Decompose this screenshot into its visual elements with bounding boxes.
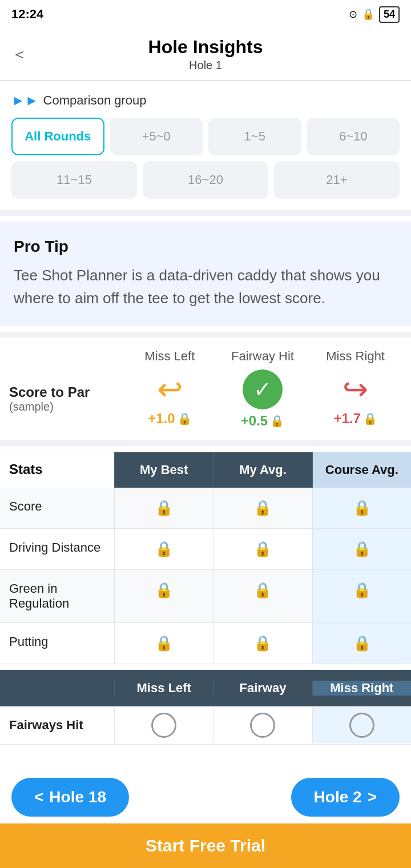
score-section: Miss Left Fairway Hit Miss Right Score t… bbox=[0, 337, 411, 440]
page-subtitle: Hole 1 bbox=[148, 59, 263, 72]
stats-score-avg: 🔒 bbox=[213, 488, 312, 528]
stats-driving-course: 🔒 bbox=[312, 529, 411, 569]
stats-col-my-avg: My Avg. bbox=[213, 452, 312, 488]
header: ＜ Hole Insights Hole 1 bbox=[0, 29, 411, 81]
pro-tip-section: Pro Tip Tee Shot Planner is a data-drive… bbox=[0, 222, 411, 326]
page-title: Hole Insights bbox=[148, 37, 263, 58]
battery-indicator: 54 bbox=[379, 6, 400, 23]
stats-putting-avg: 🔒 bbox=[213, 623, 312, 664]
fairways-hit-row: Fairways Hit bbox=[0, 706, 411, 745]
filter-11to15[interactable]: 11~15 bbox=[11, 161, 137, 199]
score-data-row: Score to Par (sample) ↩ +1.0 🔒 ✓ +0.5 🔒 … bbox=[9, 369, 402, 429]
miss-left-value: +1.0 🔒 bbox=[148, 411, 191, 427]
stats-label-gir: Green in Regulation bbox=[0, 570, 114, 622]
miss-left-lock-icon: 🔒 bbox=[178, 412, 192, 425]
filter-p5to0[interactable]: +5~0 bbox=[110, 118, 203, 155]
header-center: Hole Insights Hole 1 bbox=[148, 37, 263, 72]
fairway-value: +0.5 🔒 bbox=[241, 413, 284, 429]
comparison-label: ►► Comparison group bbox=[11, 93, 400, 108]
stats-gir-best: 🔒 bbox=[114, 570, 213, 622]
filter-16to20[interactable]: 16~20 bbox=[143, 161, 268, 199]
fairway-check-icon: ✓ bbox=[243, 369, 283, 409]
pro-tip-title: Pro Tip bbox=[14, 238, 397, 256]
next-hole-button[interactable]: Hole 2 > bbox=[291, 778, 400, 817]
stats-putting-best: 🔒 bbox=[114, 623, 213, 664]
score-col-miss-left: Miss Left bbox=[130, 349, 209, 364]
stats-gir-course: 🔒 bbox=[312, 570, 411, 622]
fairways-miss-left-cell bbox=[114, 707, 213, 744]
fairways-miss-right-circle bbox=[349, 713, 374, 738]
lock-status-icon: 🔒 bbox=[362, 8, 374, 21]
filter-grid-row1: All Rounds +5~0 1~5 6~10 bbox=[11, 118, 400, 155]
stats-label-driving: Driving Distance bbox=[0, 529, 114, 569]
blr-fairway: Fairway bbox=[213, 681, 312, 696]
miss-right-value: +1.7 🔒 bbox=[333, 411, 377, 427]
stats-label-header: Stats bbox=[0, 452, 114, 488]
stats-header-row: Stats My Best My Avg. Course Avg. bbox=[0, 452, 411, 488]
fairways-miss-left-circle bbox=[151, 713, 176, 738]
fairway-lock-icon: 🔒 bbox=[270, 414, 284, 428]
filter-all-rounds[interactable]: All Rounds bbox=[11, 118, 104, 155]
fairway-col: ✓ +0.5 🔒 bbox=[223, 369, 303, 429]
stats-putting-course: 🔒 bbox=[312, 623, 411, 664]
stats-col-course-avg: Course Avg. bbox=[312, 452, 411, 488]
status-bar: 12:24 ⊙ 🔒 54 bbox=[0, 0, 411, 29]
miss-right-col: ↪ +1.7 🔒 bbox=[316, 371, 396, 427]
blr-miss-right: Miss Right bbox=[312, 681, 411, 696]
stats-driving-best: 🔒 bbox=[114, 529, 213, 569]
stats-section: Stats My Best My Avg. Course Avg. Score … bbox=[0, 452, 411, 664]
stats-row-putting: Putting 🔒 🔒 🔒 bbox=[0, 623, 411, 664]
filter-21plus[interactable]: 21+ bbox=[274, 161, 400, 199]
comparison-icon: ►► bbox=[11, 93, 39, 108]
stats-label-putting: Putting bbox=[0, 623, 114, 664]
status-right: ⊙ 🔒 54 bbox=[349, 6, 400, 23]
back-button[interactable]: ＜ bbox=[11, 43, 27, 65]
stats-gir-avg: 🔒 bbox=[213, 570, 312, 622]
miss-left-arrow-icon: ↩ bbox=[157, 371, 183, 407]
stats-driving-avg: 🔒 bbox=[213, 529, 312, 569]
stats-row-driving: Driving Distance 🔒 🔒 🔒 bbox=[0, 529, 411, 570]
fairways-miss-right-cell bbox=[312, 707, 411, 744]
trial-bar[interactable]: Start Free Trial bbox=[0, 823, 411, 868]
filter-6to10[interactable]: 6~10 bbox=[307, 118, 400, 155]
bottom-label-row: Miss Left Fairway Miss Right bbox=[0, 670, 411, 706]
stats-label-score: Score bbox=[0, 488, 114, 528]
fairways-fairway-cell bbox=[213, 707, 312, 744]
fairways-section: Miss Left Fairway Miss Right Fairways Hi… bbox=[0, 670, 411, 745]
comparison-section: ►► Comparison group All Rounds +5~0 1~5 … bbox=[0, 81, 411, 210]
score-col-headers: Miss Left Fairway Hit Miss Right bbox=[123, 349, 402, 364]
miss-right-arrow-icon: ↪ bbox=[342, 371, 368, 407]
fairways-fairway-circle bbox=[250, 713, 275, 738]
score-header-row: Miss Left Fairway Hit Miss Right bbox=[9, 349, 402, 364]
miss-left-col: ↩ +1.0 🔒 bbox=[130, 371, 209, 427]
filter-1to5[interactable]: 1~5 bbox=[208, 118, 301, 155]
prev-chevron-icon: < bbox=[34, 788, 43, 806]
stats-score-course: 🔒 bbox=[312, 488, 411, 528]
next-chevron-icon: > bbox=[368, 788, 377, 806]
stats-score-best: 🔒 bbox=[114, 488, 213, 528]
stats-col-my-best: My Best bbox=[114, 452, 213, 488]
blr-miss-left: Miss Left bbox=[114, 681, 213, 696]
miss-right-lock-icon: 🔒 bbox=[363, 412, 377, 425]
stats-row-score: Score 🔒 🔒 🔒 bbox=[0, 488, 411, 529]
score-par-label: Score to Par (sample) bbox=[9, 384, 123, 413]
stats-row-gir: Green in Regulation 🔒 🔒 🔒 bbox=[0, 570, 411, 623]
fairways-hit-label: Fairways Hit bbox=[0, 706, 114, 744]
score-icons-row: ↩ +1.0 🔒 ✓ +0.5 🔒 ↪ +1.7 🔒 bbox=[123, 369, 402, 429]
pro-tip-text: Tee Shot Planner is a data-driven caddy … bbox=[14, 264, 397, 310]
prev-hole-button[interactable]: < Hole 18 bbox=[11, 778, 129, 817]
filter-grid-row2: 11~15 16~20 21+ bbox=[11, 161, 400, 199]
score-col-fairway: Fairway Hit bbox=[223, 349, 303, 364]
score-col-miss-right: Miss Right bbox=[316, 349, 396, 364]
signal-icon: ⊙ bbox=[349, 8, 357, 21]
status-time: 12:24 bbox=[11, 7, 43, 22]
